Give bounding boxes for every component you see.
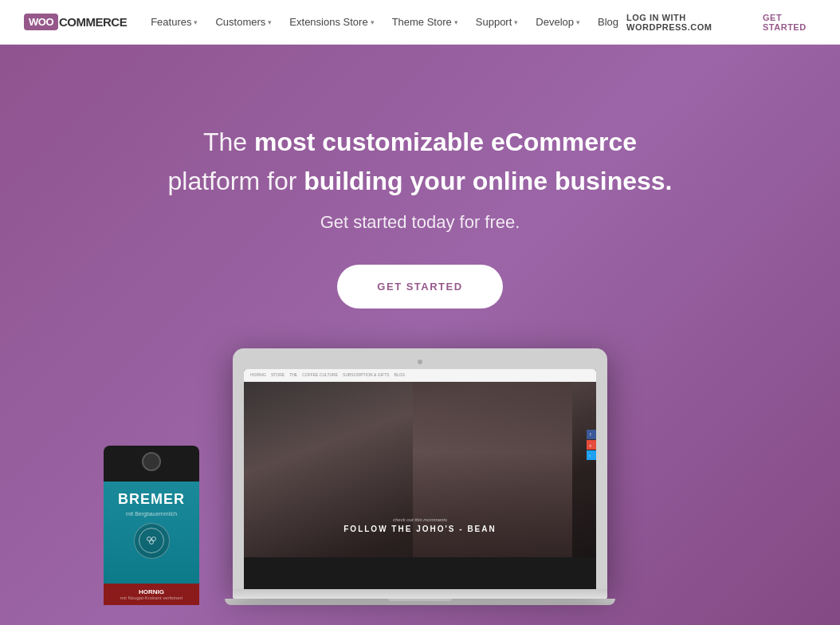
chevron-down-icon: ▾ [268,18,272,26]
svg-text:f: f [590,432,591,436]
nav-features[interactable]: Features ▾ [143,11,206,33]
twitter-icon: t [589,453,594,458]
hero-cta-button[interactable]: GET STARTED [337,265,502,309]
hero-section: The most customizable eCommerce platform… [0,45,840,625]
laptop-nav-item: BLOG [394,372,405,377]
bag-brand: BREMER [118,491,185,508]
hero-subtitle: Get started today for free. [168,212,673,233]
laptop-nav-item: HORNIG [250,372,266,377]
bag-circle [134,523,170,559]
laptop-nav-item: COFFEE CULTURE [302,372,338,377]
nav-develop[interactable]: Develop ▾ [528,11,588,33]
laptop-hero-text: check out this momments FOLLOW THE JOHO'… [343,517,497,533]
logo-link[interactable]: WOO COMMERCE [24,14,127,30]
hero-tagline2-bold: building your online business. [304,167,672,195]
laptop-nav-item: STORE [271,372,285,377]
bag-top [104,446,199,482]
nav-customers[interactable]: Customers ▾ [207,11,280,33]
nav-extensions[interactable]: Extensions Store ▾ [281,11,382,33]
laptop-mockup: HORNIG STORE THE COFFEE CULTURE SUBSCRIP… [233,348,607,605]
hero-tagline2: platform for building your online busine… [168,163,673,199]
bag-footer: HORNIG mit Nougat-Krokant verfeinert [104,584,199,605]
nav-right: LOG IN WITH WORDPRESS.COM GET STARTED [626,13,816,32]
nav-theme-store[interactable]: Theme Store ▾ [384,11,466,33]
laptop-hero-image: check out this momments FOLLOW THE JOHO'… [244,382,596,557]
woo-box: WOO [24,14,58,30]
bag-body: BREMER mit Bergbauernmilch [104,482,199,584]
product-bag: BREMER mit Bergbauernmilch HORNIG mit No… [104,446,199,605]
hero-tagline: The most customizable eCommerce [168,124,673,160]
laptop-google-btn: g [587,440,596,450]
laptop-frame: HORNIG STORE THE COFFEE CULTURE SUBSCRIP… [233,348,607,589]
bag-footer-brand: HORNIG [108,588,194,596]
chevron-down-icon: ▾ [576,18,580,26]
laptop-site-topbar: HORNIG STORE THE COFFEE CULTURE SUBSCRIP… [244,369,596,382]
laptop-camera [418,360,422,364]
laptop-facebook-btn: f [587,430,596,439]
main-nav: WOO COMMERCE Features ▾ Customers ▾ Exte… [0,0,840,45]
laptop-screen: HORNIG STORE THE COFFEE CULTURE SUBSCRIP… [244,369,596,589]
laptop-sub-line: check out this momments [343,517,497,522]
chevron-down-icon: ▾ [371,18,375,26]
facebook-icon: f [589,432,594,437]
laptop-nav-item: SUBSCRIPTION & GIFTS [343,372,389,377]
get-started-nav-button[interactable]: GET STARTED [763,13,816,32]
woo-text: WOO [29,16,53,28]
bag-subtitle: mit Bergbauernmilch [126,511,177,517]
hero-tagline-bold: most customizable eCommerce [254,128,637,156]
login-button[interactable]: LOG IN WITH WORDPRESS.COM [626,13,747,32]
laptop-twitter-btn: t [587,450,596,460]
svg-point-2 [150,540,154,544]
laptop-base [233,589,607,599]
nav-support[interactable]: Support ▾ [468,11,527,33]
laptop-nav-item: THE [289,372,297,377]
chevron-down-icon: ▾ [454,18,458,26]
laptop-side-buttons: f g t [587,430,596,460]
google-icon: g [589,442,594,447]
nav-blog[interactable]: Blog [590,11,626,33]
hero-content: The most customizable eCommerce platform… [168,45,673,309]
bag-logo-icon [145,534,158,547]
woo-logo: WOO COMMERCE [24,14,127,30]
chevron-down-icon: ▾ [514,18,518,26]
nav-links: Features ▾ Customers ▾ Extensions Store … [143,11,626,33]
hero-laptop-area: BREMER mit Bergbauernmilch HORNIG mit No… [0,348,840,605]
commerce-text: COMMERCE [59,15,127,29]
svg-text:g: g [590,442,592,446]
svg-text:t: t [590,453,591,457]
chevron-down-icon: ▾ [194,18,198,26]
bag-circle-inner [139,528,164,553]
laptop-main-line: FOLLOW THE JOHO'S - BEAN [343,525,497,533]
bag-footer-sub: mit Nougat-Krokant verfeinert [108,596,194,600]
